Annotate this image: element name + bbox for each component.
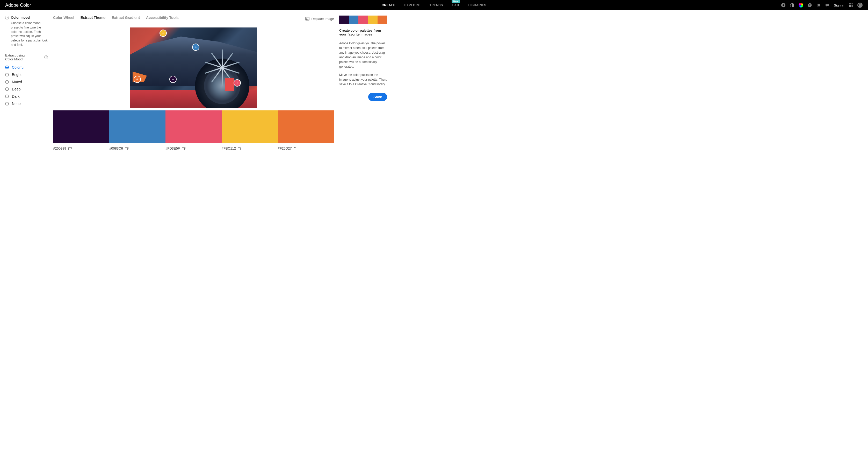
svg-point-7 [827,5,828,5]
tab-extract-theme[interactable]: Extract Theme [81,16,105,22]
nav-create[interactable]: CREATE [382,3,395,7]
hex-value-0: #250939 [53,146,109,150]
palette-swatches [53,110,334,143]
mood-option-bright[interactable]: Bright [5,73,48,77]
mini-swatch-2[interactable] [359,16,368,24]
mood-option-none[interactable]: None [5,102,48,106]
contrast-icon[interactable] [790,3,795,7]
apps-grid-icon[interactable] [848,3,853,7]
tab-extract-gradient[interactable]: Extract Gradient [112,16,140,22]
mood-radio-group: Colorful Bright Muted Deep Dark None [5,65,48,106]
copy-icon[interactable] [68,147,72,150]
right-sidebar: Create color palettes from your favorite… [339,16,387,150]
source-image[interactable]: +++++ [130,27,257,108]
color-puck-3[interactable]: + [169,76,177,83]
copy-icon[interactable] [293,147,297,150]
tab-color-wheel[interactable]: Color Wheel [53,16,74,22]
copy-icon[interactable] [125,147,129,150]
color-puck-2[interactable]: + [134,76,141,83]
mood-option-muted[interactable]: Muted [5,80,48,84]
help-icon[interactable]: ? [807,3,812,7]
color-puck-1[interactable]: + [192,44,199,51]
svg-point-8 [828,5,829,5]
nav-trends[interactable]: TRENDS [429,3,443,7]
swatch-4[interactable] [278,110,334,143]
hex-value-1: #0083C6 [109,146,165,150]
nav-lab[interactable]: New LAB [453,3,459,7]
svg-rect-5 [817,4,818,6]
star-icon[interactable] [781,3,786,7]
color-mood-description: Choose a color mood preset to fine tune … [11,21,48,47]
swatch-2[interactable] [165,110,222,143]
info-icon[interactable]: ? [5,16,9,20]
palette-hex-row: #250939#0083C6#FD3E5F#FBC112#F25D27 [53,146,334,150]
svg-rect-10 [850,3,851,4]
content-area: ? Color mood Choose a color mood preset … [0,10,868,156]
nav-explore[interactable]: EXPLORE [404,3,420,7]
svg-rect-11 [852,3,853,4]
replace-image-button[interactable]: Replace Image [305,16,334,22]
mini-swatch-1[interactable] [349,16,359,24]
svg-rect-9 [849,3,850,4]
color-wheel-icon[interactable] [799,3,803,7]
swatch-0[interactable] [53,110,109,143]
app-logo[interactable]: Adobe Color [5,3,31,8]
creative-cloud-icon[interactable] [857,2,863,8]
svg-point-6 [827,5,827,5]
color-puck-4[interactable]: + [234,79,241,87]
chat-icon[interactable] [825,3,830,7]
mood-option-deep[interactable]: Deep [5,87,48,91]
hex-value-4: #F25D27 [278,146,334,150]
color-puck-0[interactable]: + [159,30,167,37]
svg-point-20 [306,18,307,19]
copy-icon[interactable] [182,147,186,150]
svg-text:?: ? [809,4,810,7]
nav-libraries[interactable]: LIBRARIES [468,3,486,7]
svg-rect-15 [849,6,850,7]
hex-value-2: #FD3E5F [165,146,222,150]
sidebar-paragraph-1: Adobe Color gives you the power to extra… [339,41,387,69]
svg-rect-16 [850,6,851,7]
top-header: Adobe Color CREATE EXPLORE TRENDS New LA… [0,0,868,10]
header-right: ? Sign in [781,2,863,8]
center-panel: Color Wheel Extract Theme Extract Gradie… [53,16,334,150]
mood-option-colorful[interactable]: Colorful [5,65,48,69]
save-button[interactable]: Save [368,93,387,101]
sidebar-title: Create color palettes from your favorite… [339,29,387,36]
sign-in-link[interactable]: Sign in [834,3,844,7]
svg-rect-12 [849,5,850,6]
mini-swatch-4[interactable] [377,16,387,24]
color-mood-title: Color mood [11,16,30,20]
main-nav: CREATE EXPLORE TRENDS New LAB LIBRARIES [382,3,486,7]
svg-rect-13 [850,5,851,6]
tab-accessibility-tools[interactable]: Accessibility Tools [146,16,179,22]
svg-rect-17 [852,6,853,7]
image-icon [305,17,309,21]
new-badge: New [452,0,460,3]
swatch-1[interactable] [109,110,165,143]
feedback-icon[interactable] [816,3,821,7]
swatch-3[interactable] [222,110,278,143]
svg-rect-14 [852,5,853,6]
hex-value-3: #FBC112 [222,146,278,150]
mood-option-dark[interactable]: Dark [5,94,48,98]
left-sidebar: ? Color mood Choose a color mood preset … [5,16,48,150]
copy-icon[interactable] [238,147,242,150]
mini-palette [339,16,387,24]
mini-swatch-3[interactable] [368,16,377,24]
mood-section-label: Extract using Color Mood [5,53,31,61]
sidebar-paragraph-2: Move the color pucks on the image to adj… [339,73,387,87]
mini-swatch-0[interactable] [339,16,349,24]
info-icon[interactable]: ? [44,55,48,59]
svg-rect-4 [817,4,820,6]
sub-nav: Color Wheel Extract Theme Extract Gradie… [53,16,334,22]
